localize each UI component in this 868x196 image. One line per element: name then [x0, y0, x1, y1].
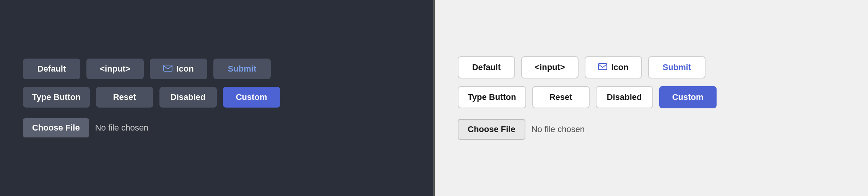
svg-rect-1 — [598, 64, 607, 70]
envelope-icon-light — [598, 62, 607, 72]
envelope-icon — [163, 64, 172, 74]
dark-custom-button[interactable]: Custom — [223, 87, 280, 108]
dark-file-input-area: Choose File No file chosen — [23, 118, 148, 137]
dark-choose-file-button[interactable]: Choose File — [23, 118, 89, 137]
dark-row-1: Default <input> Icon Submit — [23, 59, 271, 79]
light-type-button[interactable]: Type Button — [458, 86, 526, 108]
light-disabled-button: Disabled — [596, 86, 653, 108]
svg-rect-0 — [164, 65, 172, 71]
dark-icon-button[interactable]: Icon — [150, 59, 207, 79]
light-custom-button[interactable]: Custom — [659, 86, 717, 108]
light-submit-button[interactable]: Submit — [648, 56, 705, 78]
dark-disabled-button: Disabled — [159, 87, 217, 108]
light-input-button[interactable]: <input> — [521, 56, 579, 78]
dark-reset-button[interactable]: Reset — [96, 87, 153, 108]
light-file-status: No file chosen — [532, 124, 585, 134]
dark-input-button[interactable]: <input> — [86, 59, 144, 79]
dark-file-status: No file chosen — [95, 123, 148, 133]
dark-default-button[interactable]: Default — [23, 59, 80, 79]
dark-submit-button[interactable]: Submit — [213, 59, 271, 79]
dark-icon-label: Icon — [176, 64, 193, 74]
light-row-2: Type Button Reset Disabled Custom — [458, 86, 717, 108]
light-row-1: Default <input> Icon Submit — [458, 56, 705, 78]
dark-panel: Default <input> Icon Submit Type Button … — [0, 0, 433, 196]
light-reset-button[interactable]: Reset — [532, 86, 590, 108]
light-choose-file-button[interactable]: Choose File — [458, 119, 525, 140]
light-default-button[interactable]: Default — [458, 56, 515, 78]
dark-type-button[interactable]: Type Button — [23, 87, 90, 108]
dark-row-2: Type Button Reset Disabled Custom — [23, 87, 280, 108]
light-icon-label: Icon — [611, 62, 628, 72]
light-icon-button[interactable]: Icon — [585, 56, 642, 78]
light-file-input-area: Choose File No file chosen — [458, 119, 585, 140]
light-panel: Default <input> Icon Submit Type Button … — [435, 0, 868, 196]
